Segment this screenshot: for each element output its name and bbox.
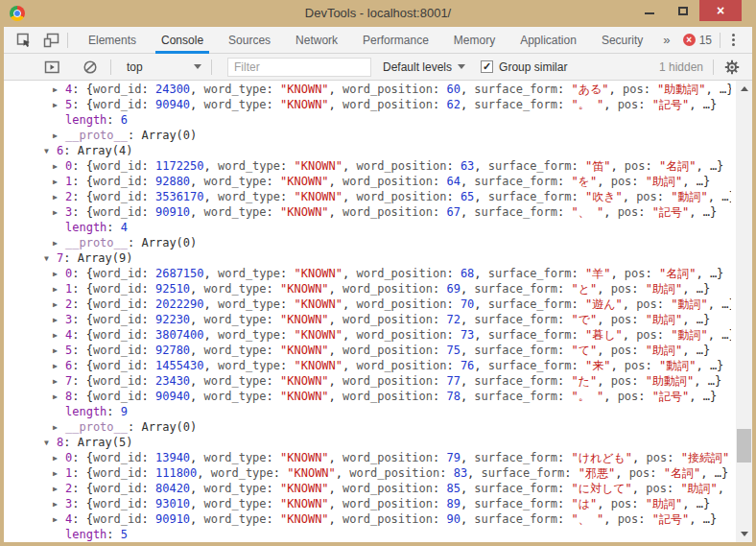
divider (110, 59, 111, 75)
console-row: length: 6 (4, 112, 731, 128)
console-row[interactable]: ▼6: Array(4) (4, 143, 731, 158)
expand-arrow-icon[interactable]: ▶ (53, 344, 65, 358)
tab-performance[interactable]: Performance (363, 27, 429, 53)
console-row[interactable]: ▶3: {word_id: 92230, word_type: "KNOWN",… (4, 312, 731, 327)
expand-arrow-icon[interactable]: ▶ (53, 282, 65, 297)
console-row[interactable]: ▶__proto__: Array(0) (4, 235, 731, 250)
expand-arrow-icon[interactable]: ▶ (53, 420, 65, 435)
expand-arrow-icon[interactable]: ▼ (44, 436, 57, 450)
group-similar-checkbox[interactable]: ✓ (481, 60, 493, 73)
expand-arrow-icon[interactable]: ▶ (53, 451, 65, 465)
devtools-content: Elements Console Sources Network Perform… (4, 27, 752, 542)
expand-arrow-icon[interactable]: ▶ (53, 205, 65, 220)
scrollbar-thumb[interactable] (737, 429, 751, 463)
expand-arrow-icon[interactable]: ▶ (53, 482, 65, 496)
tab-network[interactable]: Network (295, 27, 338, 53)
group-similar-label[interactable]: Group similar (499, 60, 567, 74)
divider (67, 33, 68, 48)
tab-sources[interactable]: Sources (228, 27, 271, 53)
expand-arrow-icon[interactable]: ▼ (44, 144, 57, 158)
expand-arrow-icon[interactable]: ▶ (53, 190, 65, 204)
toggle-console-sidebar-button[interactable] (43, 59, 60, 76)
console-row[interactable]: ▼8: Array(5) (4, 435, 731, 450)
expand-arrow-icon[interactable]: ▶ (53, 83, 65, 97)
console-row[interactable]: ▶1: {word_id: 92880, word_type: "KNOWN",… (4, 174, 731, 189)
expand-arrow-icon[interactable]: ▶ (53, 328, 65, 343)
console-row[interactable]: ▶1: {word_id: 111800, word_type: "KNOWN"… (4, 465, 731, 481)
console-row[interactable]: ▶2: {word_id: 3536170, word_type: "KNOWN… (4, 189, 731, 204)
console-log[interactable]: ▶4: {word_id: 24300, word_type: "KNOWN",… (4, 81, 752, 542)
expand-arrow-icon[interactable]: ▶ (53, 175, 65, 189)
expand-arrow-icon[interactable]: ▶ (53, 359, 65, 373)
tab-elements[interactable]: Elements (88, 27, 136, 53)
error-icon: × (683, 34, 696, 46)
tab-console[interactable]: Console (161, 27, 203, 53)
scroll-down-button[interactable] (736, 526, 752, 542)
window-title: DevTools - localhost:8001/ (305, 6, 451, 20)
expand-arrow-icon[interactable]: ▶ (53, 313, 65, 327)
expand-arrow-icon[interactable]: ▶ (53, 129, 65, 143)
console-row[interactable]: ▶__proto__: Array(0) (4, 128, 731, 143)
expand-arrow-icon[interactable]: ▶ (53, 159, 65, 174)
expand-arrow-icon[interactable]: ▶ (53, 374, 65, 389)
tab-memory[interactable]: Memory (454, 27, 495, 53)
expand-arrow-icon[interactable]: ▶ (53, 297, 65, 312)
scroll-up-button[interactable] (736, 81, 752, 97)
tab-application[interactable]: Application (520, 27, 577, 53)
console-row[interactable]: ▶1: {word_id: 92510, word_type: "KNOWN",… (4, 281, 731, 297)
console-row[interactable]: ▶7: {word_id: 23430, word_type: "KNOWN",… (4, 373, 731, 389)
console-row[interactable]: ▶8: {word_id: 90940, word_type: "KNOWN",… (4, 389, 731, 404)
filter-input[interactable] (227, 58, 371, 77)
gear-icon (724, 59, 740, 75)
expand-arrow-icon[interactable]: ▶ (53, 466, 65, 481)
console-row[interactable]: ▶0: {word_id: 1172250, word_type: "KNOWN… (4, 158, 731, 174)
maximize-button[interactable] (666, 0, 699, 21)
console-row[interactable]: ▶2: {word_id: 80420, word_type: "KNOWN",… (4, 481, 731, 496)
expand-arrow-icon[interactable]: ▶ (53, 236, 65, 250)
expand-arrow-icon[interactable]: ▶ (53, 497, 65, 511)
console-row[interactable]: ▶6: {word_id: 1455430, word_type: "KNOWN… (4, 358, 731, 373)
minimize-icon (645, 12, 654, 14)
console-row: length: 4 (4, 220, 731, 235)
console-row[interactable]: ▶__proto__: Array(0) (4, 419, 731, 435)
console-row[interactable]: ▶0: {word_id: 13940, word_type: "KNOWN",… (4, 450, 731, 465)
console-row[interactable]: ▶5: {word_id: 90940, word_type: "KNOWN",… (4, 97, 731, 112)
console-row[interactable]: ▶5: {word_id: 92780, word_type: "KNOWN",… (4, 343, 731, 358)
console-row[interactable]: ▶4: {word_id: 24300, word_type: "KNOWN",… (4, 82, 731, 97)
console-row[interactable]: ▶3: {word_id: 93010, word_type: "KNOWN",… (4, 496, 731, 511)
expand-arrow-icon[interactable]: ▶ (53, 98, 65, 112)
console-row[interactable]: ▶0: {word_id: 2687150, word_type: "KNOWN… (4, 266, 731, 281)
tab-security[interactable]: Security (602, 27, 643, 53)
title-bar[interactable]: DevTools - localhost:8001/ × (0, 0, 756, 27)
toggle-device-toolbar-button[interactable] (42, 32, 59, 49)
more-options-button[interactable] (728, 32, 739, 48)
error-count: 15 (699, 34, 712, 47)
divider (211, 59, 212, 75)
more-tabs-button[interactable]: » (663, 33, 670, 47)
console-row: length: 5 (4, 527, 731, 542)
clear-console-icon (83, 59, 98, 75)
console-sidebar-icon (44, 59, 60, 75)
clear-console-button[interactable] (82, 59, 99, 76)
console-error-counter[interactable]: × 15 (683, 34, 712, 47)
console-row[interactable]: ▼7: Array(9) (4, 250, 731, 266)
console-row[interactable]: ▶4: {word_id: 90910, word_type: "KNOWN",… (4, 511, 731, 527)
chevron-down-icon (194, 64, 201, 69)
expand-arrow-icon[interactable]: ▶ (53, 390, 65, 404)
expand-arrow-icon[interactable]: ▼ (44, 251, 57, 266)
expand-arrow-icon[interactable]: ▶ (53, 267, 65, 281)
console-settings-button[interactable] (723, 59, 741, 76)
maximize-icon (678, 7, 688, 15)
console-row[interactable]: ▶2: {word_id: 2022290, word_type: "KNOWN… (4, 297, 731, 312)
console-row[interactable]: ▶4: {word_id: 3807400, word_type: "KNOWN… (4, 327, 731, 343)
expand-arrow-icon[interactable]: ▶ (53, 512, 65, 527)
javascript-context-selector[interactable]: top (127, 60, 201, 74)
console-row[interactable]: ▶3: {word_id: 90910, word_type: "KNOWN",… (4, 204, 731, 220)
console-scrollbar[interactable] (736, 81, 752, 542)
inspect-element-button[interactable] (15, 32, 33, 49)
context-value: top (127, 60, 143, 74)
close-button[interactable]: × (699, 0, 742, 21)
minimize-button[interactable] (632, 0, 666, 21)
divider (720, 33, 721, 48)
log-levels-dropdown[interactable]: Default levels (383, 60, 465, 74)
